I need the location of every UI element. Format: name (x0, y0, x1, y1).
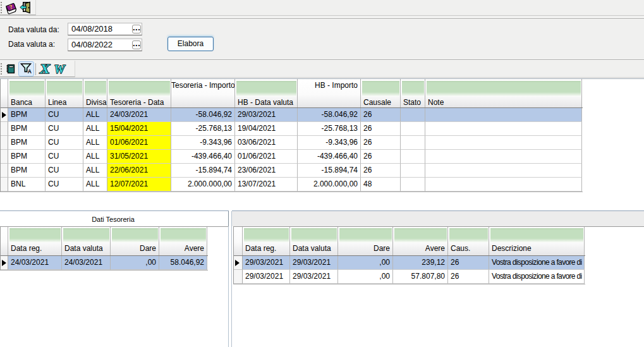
svg-text:W: W (54, 63, 66, 75)
svg-text:A: A (28, 68, 32, 75)
svg-text:X: X (39, 63, 51, 75)
